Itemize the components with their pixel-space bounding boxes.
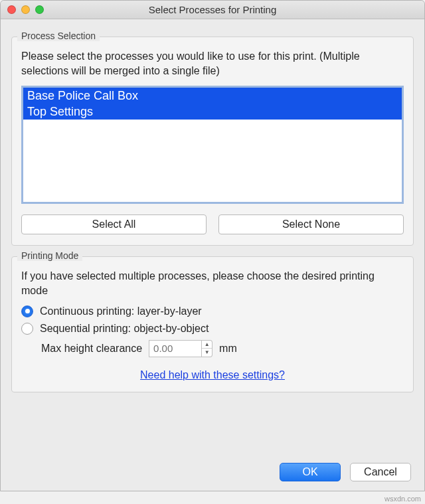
- selection-buttons: Select All Select None: [21, 214, 404, 234]
- clearance-stepper: ▲ ▼: [202, 340, 212, 357]
- clearance-label: Max height clearance: [41, 343, 142, 355]
- window-title: Select Processes for Printing: [1, 4, 424, 15]
- dialog-content: Process Selection Please select the proc…: [1, 19, 424, 402]
- radio-label: Continuous printing: layer-by-layer: [40, 305, 202, 317]
- watermark: wsxdn.com: [384, 495, 421, 503]
- traffic-lights: [7, 5, 44, 14]
- minimize-icon[interactable]: [21, 5, 30, 14]
- cancel-button[interactable]: Cancel: [350, 463, 411, 481]
- close-icon[interactable]: [7, 5, 16, 14]
- clearance-input[interactable]: [149, 340, 202, 357]
- radio-sequential[interactable]: Sequential printing: object-by-object: [21, 323, 404, 335]
- process-selection-legend: Process Selection: [17, 31, 100, 41]
- clearance-unit: mm: [219, 343, 237, 355]
- max-height-clearance-row: Max height clearance ▲ ▼ mm: [41, 340, 404, 357]
- ok-button[interactable]: OK: [280, 463, 341, 481]
- radio-label: Sequential printing: object-by-object: [40, 323, 209, 335]
- stepper-down-icon[interactable]: ▼: [202, 349, 212, 357]
- printing-mode-group: Printing Mode If you have selected multi…: [11, 256, 414, 392]
- process-selection-prompt: Please select the processes you would li…: [21, 49, 404, 79]
- printing-mode-prompt: If you have selected multiple processes,…: [21, 269, 404, 299]
- stepper-up-icon[interactable]: ▲: [202, 341, 212, 349]
- list-item[interactable]: Base Police Call Box: [23, 88, 402, 104]
- printing-mode-legend: Printing Mode: [17, 250, 82, 261]
- dialog-footer: OK Cancel: [280, 463, 411, 481]
- radio-continuous[interactable]: Continuous printing: layer-by-layer: [21, 305, 404, 317]
- select-none-button[interactable]: Select None: [218, 214, 404, 234]
- radio-icon[interactable]: [21, 305, 33, 317]
- zoom-icon[interactable]: [35, 5, 44, 14]
- process-selection-group: Process Selection Please select the proc…: [11, 37, 414, 246]
- list-item[interactable]: Top Settings: [23, 104, 402, 120]
- titlebar: Select Processes for Printing: [1, 1, 424, 19]
- process-listbox[interactable]: Base Police Call Box Top Settings: [21, 86, 404, 204]
- help-link[interactable]: Need help with these settings?: [21, 369, 404, 381]
- dialog-window: Select Processes for Printing Process Se…: [0, 0, 425, 491]
- radio-icon[interactable]: [21, 323, 33, 335]
- select-all-button[interactable]: Select All: [21, 214, 207, 234]
- clearance-input-group: ▲ ▼: [149, 340, 212, 357]
